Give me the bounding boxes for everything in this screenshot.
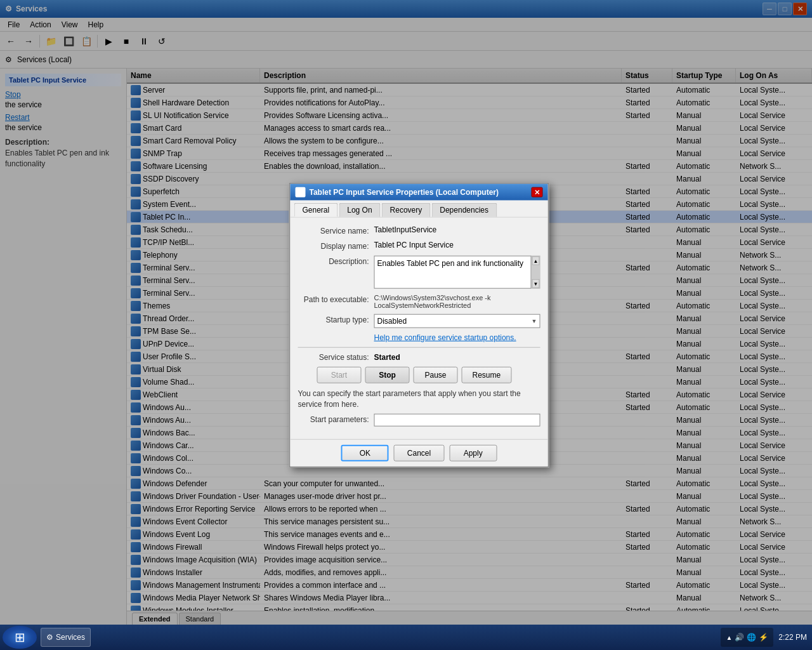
help-link-container: Help me configure service startup option… [298,333,540,342]
path-row: Path to executable: C:\Windows\System32\… [298,294,540,309]
startup-type-row: Startup type: Disabled ▼ [298,314,540,328]
startup-label: Startup type: [298,314,374,324]
tray-icon-network[interactable]: 🌐 [747,633,756,642]
dialog-footer: OK Cancel Apply [291,439,548,466]
taskbar-icon: ⚙ [46,633,53,642]
startup-select[interactable]: Disabled ▼ [374,314,540,328]
dialog-icon: ⚙ [296,187,306,197]
description-scrollbar[interactable]: ▲ ▼ [532,256,540,289]
scroll-down[interactable]: ▼ [532,279,540,288]
description-row: Description: ▲ ▼ [298,256,540,289]
dialog-tab-logon[interactable]: Log On [339,203,380,217]
dialog-tab-dependencies[interactable]: Dependencies [431,203,497,217]
dialog-tabs: General Log On Recovery Dependencies [291,201,548,218]
params-input[interactable] [374,413,540,426]
scroll-up[interactable]: ▲ [532,256,540,265]
dialog-overlay: ⚙ Tablet PC Input Service Properties (Lo… [0,0,812,650]
properties-dialog: ⚙ Tablet PC Input Service Properties (Lo… [289,183,549,468]
display-name-value: Tablet PC Input Service [374,241,540,249]
service-name-value: TabletInputService [374,225,540,234]
params-label: Start parameters: [298,413,374,423]
ok-button[interactable]: OK [341,444,389,461]
service-status-row: Service status: Started [298,353,540,362]
description-wrap: ▲ ▼ [374,256,540,289]
service-name-row: Service name: TabletInputService [298,225,540,235]
params-row: Start parameters: [298,413,540,426]
apply-button[interactable]: Apply [449,444,497,461]
tray-icon-power[interactable]: ⚡ [759,633,768,642]
resume-button[interactable]: Resume [462,367,512,383]
dialog-tab-recovery[interactable]: Recovery [382,203,431,217]
select-arrow-icon: ▼ [532,318,537,324]
clock: 2:22 PM [778,633,807,642]
taskbar-right: ▲ 🔊 🌐 ⚡ 2:22 PM [721,628,809,647]
params-hint: You can specify the start parameters tha… [298,388,540,410]
dialog-tab-general[interactable]: General [294,203,338,217]
service-control-buttons: Start Stop Pause Resume [317,367,540,383]
path-label: Path to executable: [298,294,374,304]
start-button[interactable]: ⊞ [3,626,37,649]
startup-value: Disabled [377,317,407,326]
dialog-body: Service name: TabletInputService Display… [291,218,548,439]
taskbar-label: Services [56,633,85,642]
description-label: Description: [298,256,374,266]
divider-1 [298,347,540,348]
dialog-title-text: Tablet PC Input Service Properties (Loca… [310,188,499,197]
help-link[interactable]: Help me configure service startup option… [374,333,540,342]
scroll-thumb [532,265,540,279]
display-name-row: Display name: Tablet PC Input Service [298,241,540,251]
system-tray: ▲ 🔊 🌐 ⚡ [721,628,773,647]
pause-button[interactable]: Pause [414,367,458,383]
tray-icon-arrow[interactable]: ▲ [726,634,732,641]
service-name-label: Service name: [298,225,374,235]
path-value: C:\Windows\System32\svchost.exe -k Local… [374,294,540,309]
taskbar: ⊞ ⚙ Services ▲ 🔊 🌐 ⚡ 2:22 PM [0,625,812,650]
start-button[interactable]: Start [317,367,362,383]
stop-button[interactable]: Stop [365,367,410,383]
tray-icon-volume[interactable]: 🔊 [735,633,744,642]
taskbar-services-btn[interactable]: ⚙ Services [41,628,91,647]
display-name-label: Display name: [298,241,374,251]
cancel-button[interactable]: Cancel [394,444,444,461]
start-icon: ⊞ [15,630,25,645]
service-status-label: Service status: [298,353,374,362]
dialog-close-button[interactable]: ✕ [532,187,543,197]
description-textarea[interactable] [374,256,532,289]
dialog-title-bar: ⚙ Tablet PC Input Service Properties (Lo… [291,184,548,201]
service-status-value: Started [374,353,400,362]
